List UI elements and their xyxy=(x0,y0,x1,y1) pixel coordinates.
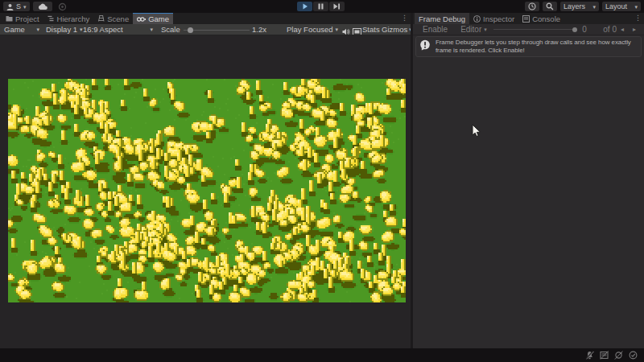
pause-button[interactable] xyxy=(313,2,328,11)
frame-debug-content xyxy=(413,59,644,348)
play-icon xyxy=(302,3,308,10)
frame-total: of 0 xyxy=(603,25,617,34)
editor-label: Editor xyxy=(460,25,481,34)
tab-inspector[interactable]: Inspector xyxy=(469,13,518,24)
tab-label: Inspector xyxy=(483,14,514,23)
console-muted-icon[interactable] xyxy=(600,351,609,360)
display-label: Display 1 xyxy=(46,25,77,34)
gizmos-label: Gizmos xyxy=(382,25,407,34)
tab-hierarchy[interactable]: Hierarchy xyxy=(43,13,94,24)
right-tab-bar: Frame Debug Inspector Console ⋮ xyxy=(413,13,644,24)
game-panel: Project Hierarchy Scene Game ⋮ Game ▾ xyxy=(0,13,411,348)
account-button[interactable]: S ▾ xyxy=(3,2,30,11)
step-button[interactable] xyxy=(329,2,345,11)
frame-debugger-help-box: Frame Debugger lets you step through dra… xyxy=(415,36,642,57)
mouse-cursor xyxy=(472,124,481,138)
stats-toggle[interactable]: Stats xyxy=(362,24,380,35)
tab-frame-debug[interactable]: Frame Debug xyxy=(415,13,469,24)
step-icon xyxy=(333,3,341,10)
game-view-toolbar: Game ▾ Display 1 ▾ 16:9 Aspect ▾ Scale 1… xyxy=(0,24,411,35)
layers-dropdown[interactable]: Layers ▾ xyxy=(560,2,599,11)
gizmos-dropdown[interactable]: Gizmos ▾ xyxy=(382,24,411,35)
game-icon xyxy=(137,16,146,23)
vsync-icon[interactable] xyxy=(353,27,361,36)
play-controls xyxy=(297,2,345,11)
scale-slider-handle[interactable] xyxy=(188,27,193,33)
user-icon xyxy=(6,3,14,10)
chevron-down-icon: ▾ xyxy=(23,4,27,10)
bell-muted-icon[interactable] xyxy=(585,351,594,360)
help-text: Frame Debugger lets you step through dra… xyxy=(436,39,638,55)
left-panel-menu-icon[interactable]: ⋮ xyxy=(401,14,408,22)
game-mode-dropdown[interactable]: Game ▾ xyxy=(4,24,39,35)
check-circle-icon[interactable] xyxy=(629,351,638,360)
history-button[interactable] xyxy=(525,2,539,11)
tab-label: Game xyxy=(148,14,169,23)
tab-label: Scene xyxy=(107,14,129,23)
layout-label: Layout xyxy=(605,2,627,10)
enable-button[interactable]: Enable xyxy=(423,25,448,34)
chevron-down-icon: ▾ xyxy=(634,4,638,10)
game-view-area xyxy=(0,35,411,348)
services-icon[interactable] xyxy=(58,2,67,11)
frame-slider[interactable] xyxy=(493,29,578,30)
console-icon xyxy=(522,15,530,23)
tab-label: Hierarchy xyxy=(57,14,90,23)
game-viewport[interactable] xyxy=(8,79,406,302)
folder-icon xyxy=(6,15,13,22)
scene-grid-icon xyxy=(97,15,105,22)
inspector-icon xyxy=(473,15,481,23)
tab-console[interactable]: Console xyxy=(518,13,564,24)
cloud-icon xyxy=(38,3,47,10)
play-button[interactable] xyxy=(297,2,312,11)
next-frame-button[interactable]: ▸ xyxy=(633,26,636,33)
play-focused-label: Play Focused xyxy=(287,25,333,34)
audio-icon[interactable] xyxy=(342,27,350,36)
search-icon xyxy=(546,2,554,10)
pause-icon xyxy=(318,3,324,10)
editor-dropdown[interactable]: Editor ▾ xyxy=(460,25,487,34)
display-dropdown[interactable]: Display 1 ▾ xyxy=(46,24,83,35)
aspect-label: 16:9 Aspect xyxy=(83,25,123,34)
tab-project[interactable]: Project xyxy=(2,13,43,24)
play-focused-dropdown[interactable]: Play Focused ▾ xyxy=(287,24,338,35)
history-icon xyxy=(528,2,536,10)
info-bubble-icon xyxy=(419,39,431,51)
frame-debug-toolbar: Enable Editor ▾ 0 of 0 ◂ ▸ xyxy=(413,24,644,35)
status-bar xyxy=(0,348,644,362)
left-tab-bar: Project Hierarchy Scene Game ⋮ xyxy=(0,13,411,24)
tab-label: Project xyxy=(15,14,39,23)
tab-scene[interactable]: Scene xyxy=(93,13,133,24)
chevron-down-icon: ▾ xyxy=(592,4,596,10)
cloud-button[interactable] xyxy=(33,2,52,11)
frame-slider-handle[interactable] xyxy=(572,27,577,32)
prev-frame-button[interactable]: ◂ xyxy=(621,26,624,33)
tab-label: Console xyxy=(532,14,560,23)
right-panel-menu-icon[interactable]: ⋮ xyxy=(634,14,642,22)
scale-label: Scale xyxy=(161,24,180,35)
aspect-dropdown[interactable]: 16:9 Aspect ▾ xyxy=(83,24,153,35)
frame-debug-panel: Frame Debug Inspector Console ⋮ Enable E… xyxy=(413,13,644,348)
game-mode-label: Game xyxy=(4,25,25,34)
tab-label: Frame Debug xyxy=(419,14,465,23)
refresh-muted-icon[interactable] xyxy=(614,351,623,360)
title-bar: S ▾ Layers ▾ Layout ▾ xyxy=(0,0,644,13)
scale-slider[interactable] xyxy=(184,30,250,31)
layers-label: Layers xyxy=(564,2,585,10)
tab-game[interactable]: Game xyxy=(133,13,173,24)
account-label: S xyxy=(16,2,21,10)
scale-value: 1.2x xyxy=(252,24,266,35)
layout-dropdown[interactable]: Layout ▾ xyxy=(602,2,641,11)
frame-value: 0 xyxy=(582,25,603,34)
search-button[interactable] xyxy=(543,2,557,11)
hierarchy-icon xyxy=(47,15,55,22)
